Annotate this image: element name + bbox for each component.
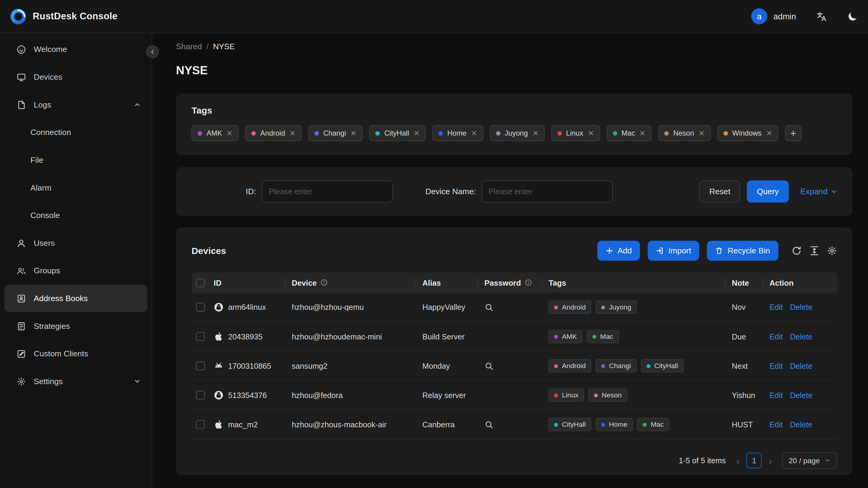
- sidebar-subitem-file[interactable]: File: [4, 146, 147, 174]
- tag-chip-windows[interactable]: Windows: [717, 125, 778, 141]
- sidebar-item-welcome[interactable]: Welcome: [4, 35, 147, 63]
- tag-chip-mac[interactable]: Mac: [607, 125, 651, 141]
- expand-link[interactable]: Expand: [800, 187, 837, 196]
- page-number-button[interactable]: 1: [746, 453, 762, 468]
- sidebar-item-settings[interactable]: Settings: [4, 367, 147, 395]
- remove-tag-icon[interactable]: [226, 130, 232, 136]
- tag-label: Android: [562, 362, 586, 370]
- delete-link[interactable]: Delete: [790, 391, 812, 399]
- username[interactable]: admin: [773, 11, 796, 21]
- sidebar-item-logs[interactable]: Logs: [4, 91, 147, 119]
- breadcrumb-parent[interactable]: Shared: [176, 42, 202, 51]
- edit-link[interactable]: Edit: [770, 303, 783, 312]
- edit-link[interactable]: Edit: [770, 362, 783, 370]
- sidebar-item-strategies[interactable]: Strategies: [4, 312, 147, 340]
- row-checkbox[interactable]: [196, 420, 205, 429]
- column-header-password[interactable]: Password: [478, 272, 542, 293]
- row-checkbox[interactable]: [196, 303, 205, 312]
- column-header-action[interactable]: Action: [763, 272, 837, 293]
- sidebar-item-address-books[interactable]: Address Books: [4, 284, 147, 312]
- sidebar-item-users[interactable]: Users: [4, 229, 147, 257]
- remove-tag-icon[interactable]: [588, 130, 594, 136]
- import-button[interactable]: Import: [648, 241, 700, 261]
- sidebar-item-custom-clients[interactable]: Custom Clients: [4, 340, 147, 367]
- edit-link[interactable]: Edit: [770, 391, 783, 399]
- remove-tag-icon[interactable]: [639, 130, 645, 136]
- language-icon[interactable]: [816, 11, 827, 22]
- sidebar-item-groups[interactable]: Groups: [4, 257, 147, 284]
- row-checkbox[interactable]: [196, 362, 205, 370]
- remove-tag-icon[interactable]: [699, 130, 705, 136]
- delete-link[interactable]: Delete: [790, 362, 812, 370]
- column-header-device[interactable]: Device: [285, 272, 416, 293]
- devices-card: Devices Add Import Recycle Bin: [176, 227, 852, 475]
- chevron-down-icon: [831, 188, 837, 194]
- edit-link[interactable]: Edit: [770, 332, 783, 341]
- row-checkbox[interactable]: [196, 332, 205, 341]
- next-page-icon[interactable]: ›: [768, 455, 773, 466]
- reset-button[interactable]: Reset: [700, 181, 740, 203]
- tag-chip-android[interactable]: Android: [245, 125, 302, 141]
- user-avatar[interactable]: a: [751, 8, 768, 24]
- dark-mode-icon[interactable]: [847, 11, 858, 22]
- sidebar-subitem-console[interactable]: Console: [4, 202, 147, 229]
- sidebar-subitem-alarm[interactable]: Alarm: [4, 174, 147, 202]
- show-password-icon[interactable]: [485, 361, 494, 370]
- recycle-bin-button[interactable]: Recycle Bin: [707, 241, 778, 261]
- table-settings-icon[interactable]: [827, 246, 837, 256]
- tag-chip-cityhall[interactable]: CityHall: [369, 125, 426, 141]
- delete-link[interactable]: Delete: [790, 303, 812, 312]
- info-icon[interactable]: [321, 279, 328, 286]
- tag-label: Linux: [562, 391, 578, 399]
- column-header-id[interactable]: ID: [207, 272, 285, 293]
- refresh-icon[interactable]: [792, 246, 802, 256]
- tag-chip-home[interactable]: Home: [432, 125, 483, 141]
- tag-chip-juyong[interactable]: Juyong: [490, 125, 545, 141]
- note-cell: Nov: [725, 303, 763, 312]
- id-input[interactable]: [261, 181, 393, 203]
- alias-cell: Build Server: [416, 332, 478, 341]
- device-name-cell: sansumg2: [285, 362, 416, 370]
- tag-chip-amk[interactable]: AMK: [191, 125, 239, 141]
- show-password-icon[interactable]: [485, 420, 494, 429]
- sidebar-collapse-button[interactable]: [146, 45, 159, 58]
- rustdesk-logo-icon: [10, 8, 27, 25]
- tag-chip-changi[interactable]: Changi: [308, 125, 363, 141]
- add-device-button[interactable]: Add: [597, 241, 640, 261]
- column-header-alias[interactable]: Alias: [416, 272, 478, 293]
- pagination-total: 1-5 of 5 items: [679, 456, 726, 465]
- edit-link[interactable]: Edit: [770, 420, 783, 429]
- remove-tag-icon[interactable]: [351, 130, 357, 136]
- tag-chip-linux[interactable]: Linux: [551, 125, 600, 141]
- delete-link[interactable]: Delete: [790, 420, 812, 429]
- tag-color-dot: [664, 131, 669, 135]
- column-header-tags[interactable]: Tags: [542, 272, 725, 293]
- tag-chip-neson[interactable]: Neson: [658, 125, 711, 141]
- tag-color-dot: [723, 131, 728, 135]
- remove-tag-icon[interactable]: [471, 130, 477, 136]
- breadcrumb: Shared / NYSE: [176, 41, 852, 52]
- prev-page-icon[interactable]: ‹: [735, 455, 741, 466]
- column-label: Device: [292, 278, 317, 287]
- show-password-icon[interactable]: [485, 303, 494, 312]
- sidebar-nav: WelcomeDevicesLogsConnectionFileAlarmCon…: [0, 35, 152, 395]
- sidebar-subitem-connection[interactable]: Connection: [4, 118, 147, 146]
- table-header-row: IDDeviceAliasPasswordTagsNoteAction: [191, 272, 837, 293]
- sidebar-item-devices[interactable]: Devices: [4, 63, 147, 91]
- query-button[interactable]: Query: [747, 181, 788, 203]
- remove-tag-icon[interactable]: [532, 130, 538, 136]
- row-checkbox[interactable]: [196, 391, 205, 399]
- device-name-input[interactable]: [482, 181, 613, 203]
- info-icon[interactable]: [525, 279, 532, 286]
- remove-tag-icon[interactable]: [413, 130, 420, 136]
- add-tag-button[interactable]: [785, 125, 801, 141]
- page-size-select[interactable]: 20 / page: [782, 452, 837, 469]
- plus-icon: [790, 130, 797, 136]
- row-height-icon[interactable]: [809, 246, 819, 256]
- devices-header: Devices Add Import Recycle Bin: [191, 241, 837, 261]
- remove-tag-icon[interactable]: [766, 130, 772, 136]
- delete-link[interactable]: Delete: [790, 332, 812, 341]
- select-all-checkbox[interactable]: [196, 278, 205, 287]
- remove-tag-icon[interactable]: [290, 130, 296, 136]
- column-header-note[interactable]: Note: [725, 272, 763, 293]
